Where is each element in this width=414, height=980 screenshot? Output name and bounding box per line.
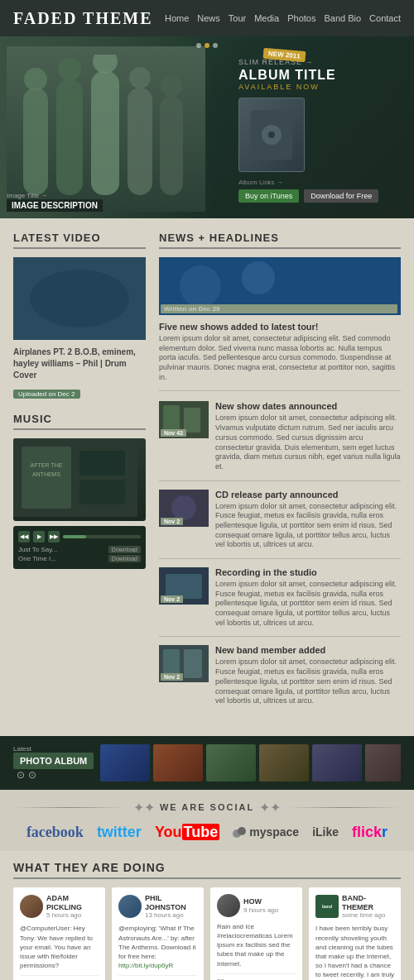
svg-rect-0 <box>23 88 48 195</box>
music-progress-bar[interactable] <box>63 535 141 538</box>
photo-thumb-4[interactable] <box>259 744 309 782</box>
fast-forward-button[interactable]: ▶▶ <box>48 531 60 543</box>
svg-point-5 <box>93 55 118 74</box>
photo-latest-label: Latest <box>13 745 31 753</box>
photo-thumb-2[interactable] <box>153 744 203 782</box>
flickr-icon[interactable]: flickr <box>352 824 388 841</box>
news-thumb-featured: Written on Dec 29 <box>159 257 401 315</box>
svg-point-23 <box>242 261 275 294</box>
news-num-2: Nov 43 <box>161 429 186 437</box>
myspace-icon[interactable]: myspace <box>233 825 299 839</box>
nav-home[interactable]: Home <box>165 13 189 23</box>
site-logo: FADED THEME <box>13 9 153 28</box>
card-1-time: 5 hours ago <box>46 911 99 919</box>
card-2-body: @employing: 'What If The Astronauts Are.… <box>118 924 197 970</box>
card-2-info: PHIL JOHNSTON 13 hours ago <box>145 894 197 920</box>
news-thumb-5: Nov 2 <box>159 645 209 682</box>
hero-carousel-dots <box>196 43 218 48</box>
card-4-header: band BAND-THEMER some time ago <box>315 894 394 920</box>
svg-rect-16 <box>22 447 71 509</box>
video-info: Airplanes PT. 2 B.O.B, eminem, hayley wi… <box>13 347 146 381</box>
news-headline-featured: Five new shows added to latest tour! <box>159 322 401 332</box>
social-divider-left <box>13 807 127 808</box>
latest-video-section: LATEST VIDEO Airplanes PT. 2 B.O.B, emin… <box>13 232 146 399</box>
nav-photos[interactable]: Photos <box>287 13 315 23</box>
image-description: IMAGE DESCRIPTION <box>7 199 103 212</box>
download-free-button[interactable]: Download for Free <box>304 189 378 203</box>
band-silhouette <box>15 55 197 203</box>
svg-point-22 <box>180 265 221 307</box>
card-3-name: HOW <box>243 897 278 906</box>
track-1-download[interactable]: Download <box>108 546 141 553</box>
news-thumb-4: Nov 2 <box>159 567 209 605</box>
card-2-header: PHIL JOHNSTON 13 hours ago <box>118 894 197 920</box>
nav-news[interactable]: News <box>197 13 220 23</box>
card-2-link[interactable]: http://bit.ly/dup6yR <box>118 962 173 969</box>
photo-thumb-5[interactable] <box>312 744 362 782</box>
photo-thumb-1[interactable] <box>100 744 150 782</box>
rewind-button[interactable]: ◀◀ <box>18 531 30 543</box>
svg-text:ANTHEMS: ANTHEMS <box>32 471 61 477</box>
photo-thumb-3[interactable] <box>206 744 256 782</box>
news-item-2: Nov 43 New show dates announced Lorem ip… <box>159 401 401 480</box>
news-headline-2: New show dates announced <box>215 401 401 411</box>
svg-point-7 <box>129 67 151 88</box>
buy-itunes-button[interactable]: Buy on iTunes <box>238 189 299 203</box>
svg-rect-2 <box>56 79 83 195</box>
card-2-body-text: @employing: 'What If The Astronauts Are.… <box>118 925 195 969</box>
track-1-name: Just To Say... <box>18 546 105 553</box>
news-headline-3: CD release party announced <box>215 490 401 500</box>
right-column: NEWS + HEADLINES Written on Dec 29 Five … <box>159 232 401 723</box>
news-body-5: Lorem ipsum dolor sit amet, consectetur … <box>215 657 401 705</box>
svg-rect-20 <box>79 480 125 504</box>
music-album-art: AFTER THE ANTHEMS <box>13 438 146 521</box>
facebook-icon[interactable]: facebook <box>26 824 84 841</box>
dot-1[interactable] <box>196 43 201 48</box>
news-thumb-2: Nov 43 <box>159 401 209 438</box>
youtube-icon[interactable]: YouTube <box>155 824 219 841</box>
video-thumbnail[interactable] <box>13 257 146 340</box>
activity-card-2: PHIL JOHNSTON 13 hours ago @employing: '… <box>112 887 204 980</box>
svg-point-35 <box>238 827 246 835</box>
album-art <box>251 110 292 160</box>
progress-fill <box>63 535 86 538</box>
photo-nav-prev[interactable]: ⊙ <box>17 769 25 781</box>
nav-contact[interactable]: Contact <box>369 13 401 23</box>
news-content-4: Recording in the studio Lorem ipsum dolo… <box>215 567 401 628</box>
card-1-footer: 29 Tweets Last 7 Days <box>20 975 99 980</box>
photo-thumb-6[interactable] <box>365 744 401 782</box>
svg-text:AFTER THE: AFTER THE <box>31 462 63 468</box>
activity-card-4: band BAND-THEMER some time ago I have be… <box>309 887 401 980</box>
card-2-avatar <box>118 895 142 918</box>
band-photo <box>7 46 205 212</box>
play-pause-button[interactable]: ▶ <box>33 531 45 543</box>
ilike-icon[interactable]: iLike <box>312 825 339 839</box>
myspace-logo-icon <box>233 825 246 839</box>
album-title: ALBUM TITLE <box>238 68 404 83</box>
video-bg <box>13 257 146 340</box>
card-3-footer: 38 Tweets Last 7 Days <box>217 973 296 980</box>
dot-2[interactable] <box>205 43 209 48</box>
track-2-name: One Time I... <box>18 555 105 562</box>
nav-media[interactable]: Media <box>254 13 279 23</box>
card-1-header: ADAM PICKLING 5 hours ago <box>20 894 99 920</box>
video-title: Airplanes PT. 2 B.O.B, eminem, hayley wi… <box>13 347 146 381</box>
photo-nav-next[interactable]: ⊙ <box>28 769 36 781</box>
news-num-3: Nov 2 <box>161 518 183 525</box>
hero-release-info: Slim Release → NEW 2011 ALBUM TITLE AVAI… <box>238 53 404 203</box>
twitter-icon[interactable]: twitter <box>97 824 142 841</box>
we-are-social-header: ✦✦ WE ARE SOCIAL ✦✦ <box>13 800 401 815</box>
nav-bandbio[interactable]: Band Bio <box>324 13 361 23</box>
music-album-bg: AFTER THE ANTHEMS <box>13 438 137 517</box>
photo-album-label: PHOTO ALBUM <box>13 753 94 769</box>
track-2-download[interactable]: Download <box>108 555 141 562</box>
music-player-controls: ◀◀ ▶ ▶▶ Just To Say... Download One Time… <box>13 526 146 569</box>
nav-tour[interactable]: Tour <box>229 13 246 23</box>
card-4-body: I have been terribly busy recently shove… <box>315 924 394 980</box>
news-num-4: Nov 2 <box>161 595 183 603</box>
card-4-info: BAND-THEMER some time ago <box>342 894 394 920</box>
band-logo-text: band <box>322 904 332 909</box>
dot-3[interactable] <box>213 43 218 48</box>
card-4-avatar: band <box>315 895 339 918</box>
photo-nav-buttons[interactable]: ⊙ ⊙ <box>17 769 36 781</box>
